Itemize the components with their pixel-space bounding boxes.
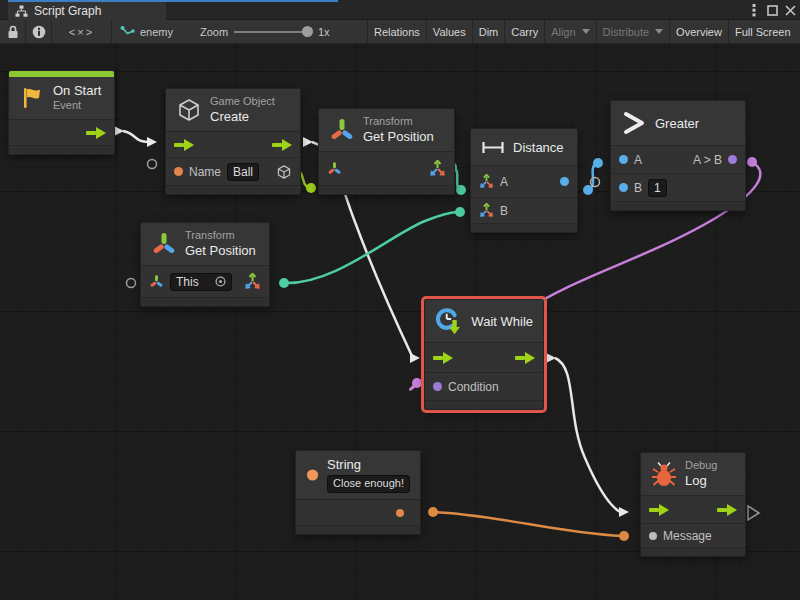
vector3-in-port-a[interactable]	[479, 174, 494, 189]
node-create-game-object[interactable]: Game Object Create Name Ball	[165, 88, 301, 195]
node-debug-log[interactable]: Debug Log Message	[640, 452, 746, 557]
node-distance[interactable]: Distance A B	[470, 128, 578, 233]
target-value-field[interactable]: This	[170, 273, 232, 291]
vector3-out-port[interactable]	[244, 273, 261, 290]
node-title: Distance	[513, 140, 564, 155]
port-label: B	[634, 181, 642, 195]
node-footer	[641, 547, 745, 556]
greater-than-icon	[621, 110, 647, 136]
string-literal-icon	[306, 461, 319, 489]
toolbar-button-dim[interactable]: Dim	[473, 20, 506, 43]
node-category: Game Object	[210, 95, 275, 109]
info-icon	[32, 25, 46, 39]
flow-in-port[interactable]	[433, 352, 453, 364]
port-label: Message	[663, 529, 712, 543]
window-close-button[interactable]	[782, 2, 798, 18]
string-input-port[interactable]	[174, 167, 183, 176]
button-label: Carry	[511, 26, 538, 38]
vector3-out-port[interactable]	[429, 160, 446, 177]
graph-info-segment: enemy Zoom 1x	[112, 20, 368, 43]
toolbar-button-relations[interactable]: Relations	[368, 20, 427, 43]
transform-in-port[interactable]	[149, 274, 164, 289]
lock-button[interactable]	[0, 20, 26, 43]
node-header: Transform Get Position	[319, 109, 454, 151]
toolbar-button-full-screen[interactable]: Full Screen	[729, 20, 797, 43]
message-in-port[interactable]	[649, 532, 657, 540]
flow-out-port[interactable]	[272, 139, 292, 151]
string-value-field[interactable]: Close enough!	[327, 475, 410, 493]
object-picker-icon[interactable]	[215, 276, 226, 287]
toolbar-button-overview[interactable]: Overview	[670, 20, 729, 43]
node-footer	[611, 201, 745, 210]
node-title: String	[327, 457, 410, 473]
toolbar-button-distribute[interactable]: Distribute	[597, 20, 670, 43]
float-in-port-b[interactable]	[619, 183, 628, 192]
distance-ruler-icon	[481, 140, 505, 155]
node-footer	[425, 400, 543, 409]
b-value-field[interactable]: 1	[648, 179, 667, 197]
node-title: Greater	[655, 116, 699, 131]
string-out-port[interactable]	[396, 509, 404, 517]
tab-script-graph[interactable]: Script Graph	[8, 2, 166, 20]
window-menu-button[interactable]	[746, 2, 762, 18]
target-value: This	[176, 275, 199, 289]
node-footer	[319, 185, 454, 194]
node-greater[interactable]: Greater A A > B B 1	[610, 100, 746, 211]
tab-title: Script Graph	[34, 4, 101, 18]
zoom-value: 1x	[318, 26, 330, 38]
flow-out-port[interactable]	[86, 127, 106, 139]
port-label: A	[500, 175, 508, 189]
port-label: Name	[189, 165, 221, 179]
node-header: Distance	[471, 129, 577, 165]
float-out-port[interactable]	[560, 177, 569, 186]
flow-in-port[interactable]	[174, 139, 194, 151]
lock-icon	[7, 25, 19, 39]
node-get-position-bottom[interactable]: Transform Get Position This	[140, 222, 270, 307]
transform-in-port[interactable]	[327, 161, 342, 176]
node-title: Create	[210, 109, 275, 125]
name-value-field[interactable]: Ball	[227, 163, 259, 181]
bool-out-port[interactable]	[728, 155, 737, 164]
toolbar-button-carry[interactable]: Carry	[505, 20, 545, 43]
flow-out-port[interactable]	[515, 352, 535, 364]
chevron-down-icon	[655, 29, 663, 34]
zoom-slider-track[interactable]	[234, 31, 310, 33]
transform-icon	[329, 117, 355, 143]
button-label: Distribute	[603, 26, 649, 38]
button-label: Overview	[676, 26, 722, 38]
condition-in-port[interactable]	[433, 382, 442, 391]
node-title: Get Position	[363, 129, 434, 145]
node-title: On Start	[53, 83, 101, 99]
maximize-icon	[767, 5, 778, 16]
graph-node-icon	[120, 26, 135, 39]
node-get-position-top[interactable]: Transform Get Position	[318, 108, 455, 195]
node-subtitle: Event	[53, 99, 101, 113]
game-object-out-port[interactable]	[276, 164, 292, 180]
graph-name-label: enemy	[140, 26, 173, 38]
node-header: Debug Log	[641, 453, 745, 495]
bug-icon	[651, 461, 677, 487]
graph-toolbar: <×> enemy Zoom 1x Relations Values Dim C…	[0, 20, 800, 44]
info-button[interactable]	[26, 20, 52, 43]
script-graph-window: Script Graph	[0, 0, 800, 600]
node-string[interactable]: String Close enough!	[295, 450, 421, 535]
transform-icon	[151, 231, 177, 257]
node-header: Wait While	[425, 300, 543, 342]
zoom-slider-knob[interactable]	[302, 26, 313, 37]
port-label: A	[634, 153, 642, 167]
node-on-start[interactable]: On Start Event	[8, 70, 115, 155]
vector3-in-port-b[interactable]	[479, 203, 494, 218]
flow-in-port[interactable]	[649, 504, 669, 516]
node-wait-while[interactable]: Wait While Condition	[424, 299, 544, 410]
edit-script-button[interactable]: <×>	[52, 20, 112, 43]
float-in-port-a[interactable]	[619, 155, 628, 164]
window-maximize-button[interactable]	[764, 2, 780, 18]
node-header: Greater	[611, 101, 745, 145]
flow-out-port[interactable]	[717, 504, 737, 516]
chevron-down-icon	[582, 29, 590, 34]
toolbar-button-align[interactable]: Align	[545, 20, 596, 43]
toolbar-button-values[interactable]: Values	[427, 20, 473, 43]
node-footer	[9, 145, 114, 154]
graph-hierarchy-icon	[15, 5, 28, 18]
node-category: Transform	[185, 229, 256, 243]
